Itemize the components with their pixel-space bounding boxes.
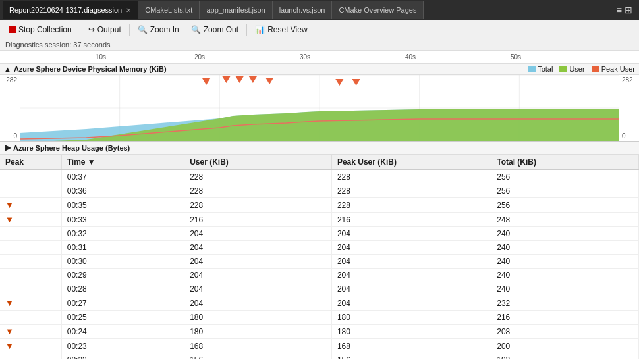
cell-peak: ▼ (0, 296, 61, 311)
cell-time: 00:31 (61, 241, 184, 255)
zoom-in-label: Zoom In (150, 25, 179, 34)
session-label: Diagnostics session: 37 seconds (0, 39, 639, 51)
cell-time: 00:22 (61, 353, 184, 359)
time-axis: 10s 20s 30s 40s 50s (0, 51, 639, 64)
chart-y-axis-left: 282 0 (0, 75, 20, 141)
table-row[interactable]: 00:37 228 228 256 (0, 170, 639, 184)
cell-peak (0, 255, 61, 269)
col-header-peak[interactable]: Peak (0, 155, 61, 170)
cell-time: 00:32 (61, 227, 184, 241)
table-row[interactable]: ▼ 00:33 216 216 248 (0, 213, 639, 227)
cell-user: 204 (184, 282, 332, 296)
cell-peak-user: 228 (331, 170, 491, 184)
tab-pin-icon[interactable]: ⊞ (625, 5, 632, 15)
cell-user: 156 (184, 353, 332, 359)
table-row[interactable]: 00:31 204 204 240 (0, 241, 639, 255)
tab-overview[interactable]: CMake Overview Pages (332, 1, 424, 19)
cell-time: 00:27 (61, 296, 184, 311)
data-table: Peak Time ▼ User (KiB) Peak User (KiB) T… (0, 155, 639, 359)
cell-time: 00:24 (61, 325, 184, 339)
svg-marker-10 (202, 78, 210, 85)
cell-peak-user: 168 (331, 339, 491, 353)
zoom-in-button[interactable]: 🔍 Zoom In (132, 23, 184, 36)
cell-peak-user: 204 (331, 282, 491, 296)
cell-time: 00:25 (61, 311, 184, 325)
cell-peak (0, 170, 61, 184)
table-row[interactable]: ▼ 00:24 180 180 208 (0, 325, 639, 339)
tab-launch[interactable]: launch.vs.json (273, 1, 333, 19)
chart-svg[interactable] (20, 75, 619, 141)
tab-cmake-label: CMakeLists.txt (145, 6, 192, 14)
cell-peak: ▼ (0, 213, 61, 227)
output-button[interactable]: ↪ Output (83, 23, 126, 36)
cell-time: 00:37 (61, 170, 184, 184)
table-container[interactable]: Peak Time ▼ User (KiB) Peak User (KiB) T… (0, 155, 639, 359)
table-row[interactable]: 00:29 204 204 240 (0, 269, 639, 282)
cell-total: 216 (491, 311, 639, 325)
table-row[interactable]: ▼ 00:27 204 204 232 (0, 296, 639, 311)
heap-section-header[interactable]: ▶ Azure Sphere Heap Usage (Bytes) (0, 142, 639, 155)
cell-peak: ▼ (0, 339, 61, 353)
cell-total: 240 (491, 269, 639, 282)
cell-peak-user: 204 (331, 227, 491, 241)
cell-peak (0, 241, 61, 255)
reset-view-label: Reset View (267, 25, 307, 34)
zoom-out-button[interactable]: 🔍 Zoom Out (186, 23, 244, 36)
tab-manifest-label: app_manifest.json (206, 6, 265, 14)
cell-time: 00:29 (61, 269, 184, 282)
toolbar-separator-1 (80, 24, 80, 36)
legend-user: User (559, 65, 584, 73)
chart-wrapper: 282 0 (0, 75, 639, 141)
legend-peak-user: Peak User (592, 65, 635, 73)
tab-manifest[interactable]: app_manifest.json (200, 1, 272, 19)
reset-view-button[interactable]: 📊 Reset View (250, 23, 312, 36)
col-header-peak-user[interactable]: Peak User (KiB) (331, 155, 491, 170)
cell-total: 240 (491, 282, 639, 296)
toolbar-separator-3 (246, 24, 247, 36)
tab-launch-label: launch.vs.json (279, 6, 325, 14)
table-row[interactable]: 00:28 204 204 240 (0, 282, 639, 296)
chart-collapse-icon[interactable]: ▲ (4, 65, 11, 73)
cell-user: 180 (184, 325, 332, 339)
tab-list-icon[interactable]: ≡ (617, 5, 622, 15)
col-header-user[interactable]: User (KiB) (184, 155, 332, 170)
stop-icon (9, 26, 16, 33)
time-tick-10: 10s (96, 53, 106, 61)
table-row[interactable]: ▼ 00:23 168 168 200 (0, 339, 639, 353)
cell-total: 192 (491, 353, 639, 359)
table-row[interactable]: 00:32 204 204 240 (0, 227, 639, 241)
table-row[interactable]: 00:30 204 204 240 (0, 255, 639, 269)
zoom-out-icon: 🔍 (191, 25, 201, 34)
cell-peak (0, 353, 61, 359)
toolbar-separator-2 (129, 24, 130, 36)
table-row[interactable]: 00:22 156 156 192 (0, 353, 639, 359)
heap-title: Azure Sphere Heap Usage (Bytes) (13, 144, 130, 152)
chart-header: ▲ Azure Sphere Device Physical Memory (K… (0, 64, 639, 75)
cell-total: 256 (491, 184, 639, 198)
cell-peak (0, 184, 61, 198)
chart-container: ▲ Azure Sphere Device Physical Memory (K… (0, 64, 639, 142)
cell-time: 00:33 (61, 213, 184, 227)
stop-collection-button[interactable]: Stop Collection (4, 23, 77, 36)
cell-total: 256 (491, 198, 639, 213)
col-header-total[interactable]: Total (KiB) (491, 155, 639, 170)
stop-collection-label: Stop Collection (18, 25, 72, 34)
tab-actions[interactable]: ≡ ⊞ (617, 5, 636, 15)
table-row[interactable]: 00:36 228 228 256 (0, 184, 639, 198)
cell-user: 204 (184, 269, 332, 282)
table-row[interactable]: 00:25 180 180 216 (0, 311, 639, 325)
tab-report[interactable]: Report20210624-1317.diagsession ✕ (3, 1, 138, 19)
sort-icon: ▼ (88, 157, 96, 167)
cell-user: 168 (184, 339, 332, 353)
tab-report-close[interactable]: ✕ (126, 7, 131, 14)
cell-user: 204 (184, 255, 332, 269)
table-row[interactable]: ▼ 00:35 228 228 256 (0, 198, 639, 213)
table-header: Peak Time ▼ User (KiB) Peak User (KiB) T… (0, 155, 639, 170)
tab-cmake[interactable]: CMakeLists.txt (138, 1, 200, 19)
col-header-time[interactable]: Time ▼ (61, 155, 184, 170)
output-label: Output (97, 25, 121, 34)
zoom-in-icon: 🔍 (138, 25, 148, 34)
cell-user: 228 (184, 170, 332, 184)
cell-total: 200 (491, 339, 639, 353)
time-tick-20: 20s (194, 53, 205, 61)
